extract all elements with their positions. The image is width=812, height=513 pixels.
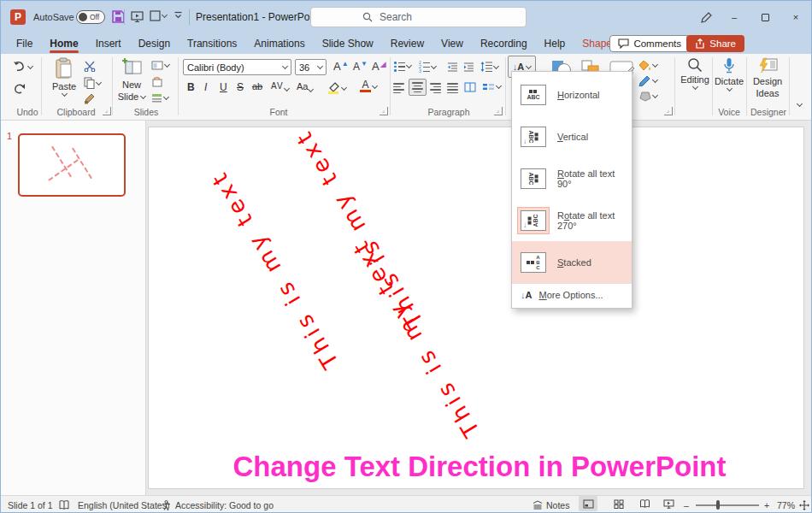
menu-item-horizontal[interactable]: ABC Horizontal <box>512 74 632 115</box>
justify-button[interactable] <box>447 83 458 93</box>
font-name-combo[interactable]: Calibri (Body) <box>183 59 291 75</box>
reading-view-button[interactable] <box>635 496 654 511</box>
clipboard-dialog-launcher[interactable]: ⌟ <box>103 107 111 115</box>
align-center-button[interactable] <box>409 79 427 96</box>
zoom-out-icon[interactable]: – <box>684 496 689 513</box>
save-icon[interactable] <box>112 10 125 23</box>
line-spacing-button[interactable] <box>480 62 498 72</box>
format-painter-button[interactable] <box>84 93 96 104</box>
paragraph-dialog-launcher[interactable]: ⌟ <box>494 107 503 115</box>
font-color-button[interactable]: A <box>360 80 377 92</box>
slide-count-label: Slide 1 of 1 <box>8 496 53 513</box>
group-divider <box>712 57 713 115</box>
copy-button[interactable] <box>84 77 101 89</box>
tab-review[interactable]: Review <box>382 33 432 54</box>
share-button[interactable]: Share <box>686 35 744 52</box>
align-left-button[interactable] <box>393 83 404 93</box>
tab-design[interactable]: Design <box>130 33 179 54</box>
accessibility-icon[interactable] <box>162 496 171 513</box>
tab-slide-show[interactable]: Slide Show <box>314 33 382 54</box>
shape-fill-button[interactable] <box>638 60 657 71</box>
slide-sorter-button[interactable] <box>609 496 628 511</box>
shape-effects-button[interactable] <box>638 91 657 102</box>
tab-home[interactable]: Home <box>41 33 86 54</box>
minimize-button[interactable]: – <box>719 1 750 33</box>
paste-button[interactable]: Paste <box>47 57 81 103</box>
increase-indent-button[interactable] <box>463 62 474 72</box>
search-input[interactable]: Search <box>310 7 527 27</box>
slideshow-view-button[interactable] <box>659 496 678 511</box>
qat-customize-icon[interactable] <box>174 10 183 20</box>
shrink-font-button[interactable]: A▼ <box>353 60 368 73</box>
bullets-button[interactable] <box>394 62 411 72</box>
tab-insert[interactable]: Insert <box>87 33 130 54</box>
powerpoint-logo[interactable]: P <box>10 9 26 25</box>
comments-button[interactable]: Comments <box>609 35 690 52</box>
grow-font-button[interactable]: A▲ <box>333 60 349 73</box>
spellcheck-book-icon[interactable] <box>59 496 69 513</box>
slideshow-icon[interactable] <box>131 10 144 23</box>
clear-format-button[interactable]: A◢ <box>372 60 386 73</box>
autosave-toggle[interactable]: Off <box>76 10 105 24</box>
menu-item-stacked[interactable]: ABC Stacked <box>512 241 632 283</box>
restore-button[interactable] <box>750 1 780 33</box>
voice-group-label: Voice <box>718 107 740 117</box>
italic-button[interactable]: I <box>204 81 207 93</box>
menu-item-rotate270[interactable]: ↓ABC Rotate all text 270° <box>512 199 632 241</box>
shape-outline-button[interactable] <box>638 75 657 86</box>
zoom-percent[interactable]: 77% <box>777 496 795 513</box>
tab-file[interactable]: File <box>8 33 41 54</box>
tab-animations[interactable]: Animations <box>245 33 313 54</box>
font-dialog-launcher[interactable]: ⌟ <box>380 107 388 115</box>
menu-item-label: More Options... <box>538 290 603 300</box>
fit-slide-icon[interactable] <box>799 496 809 513</box>
align-right-button[interactable] <box>430 83 441 93</box>
font-size-combo[interactable]: 36 <box>295 59 327 75</box>
columns-button[interactable] <box>464 82 476 92</box>
autosave-label: AutoSave <box>33 12 74 22</box>
tab-help[interactable]: Help <box>536 33 574 54</box>
strikethrough-ab-button[interactable]: ab <box>252 81 262 91</box>
strikethrough-button[interactable]: S <box>237 81 244 93</box>
dictate-button[interactable]: Dictate <box>714 57 744 103</box>
zoom-slider-handle[interactable] <box>716 500 720 510</box>
zoom-in-icon[interactable]: + <box>764 496 769 513</box>
slide[interactable] <box>148 127 804 489</box>
accessibility-label[interactable]: Accessibility: Good to go <box>175 496 274 513</box>
zoom-slider-track[interactable] <box>696 504 759 506</box>
layout-box-icon[interactable] <box>150 10 167 21</box>
change-case-button[interactable]: Aa <box>297 81 313 91</box>
highlight-pen-button[interactable] <box>327 82 346 94</box>
numbering-button[interactable]: 123 <box>419 62 436 73</box>
group-divider <box>112 57 113 115</box>
tab-recording[interactable]: Recording <box>472 33 536 54</box>
cut-button[interactable] <box>84 61 96 72</box>
slide-thumbnail[interactable] <box>18 133 126 197</box>
design-ideas-button[interactable]: Design Ideas <box>748 57 787 103</box>
language-label[interactable]: English (United States) <box>78 496 169 513</box>
collapse-ribbon-icon[interactable] <box>797 101 803 107</box>
slide-caption[interactable]: Change Text Direction in PowerPoint <box>146 451 812 483</box>
redo-button[interactable] <box>13 83 26 95</box>
menu-item-vertical[interactable]: ↓ABC Vertical <box>512 115 632 157</box>
notes-button[interactable]: Notes <box>533 496 569 513</box>
drawing-dialog-launcher[interactable]: ⌟ <box>664 107 673 115</box>
undo-button[interactable] <box>13 61 32 73</box>
reset-slide-button[interactable] <box>151 77 162 87</box>
new-slide-button[interactable]: New Slide <box>115 57 148 103</box>
character-spacing-button[interactable]: AV <box>271 81 289 91</box>
slide-layout-button[interactable] <box>151 61 169 70</box>
menu-item-rotate90[interactable]: ABC Rotate all text 90° <box>512 157 632 199</box>
bold-button[interactable]: B <box>187 81 195 93</box>
smartart-button[interactable] <box>483 83 501 91</box>
normal-view-button[interactable] <box>579 496 597 511</box>
tab-transitions[interactable]: Transitions <box>179 33 245 54</box>
tab-view[interactable]: View <box>432 33 472 54</box>
section-button[interactable] <box>151 93 168 103</box>
ink-pen-icon[interactable] <box>691 1 722 33</box>
menu-item-more-options[interactable]: ↓A More Options... <box>512 283 632 306</box>
underline-button[interactable]: U <box>220 81 227 93</box>
decrease-indent-button[interactable] <box>447 62 458 72</box>
close-button[interactable]: × <box>780 1 811 33</box>
editing-button[interactable]: Editing <box>677 57 713 103</box>
